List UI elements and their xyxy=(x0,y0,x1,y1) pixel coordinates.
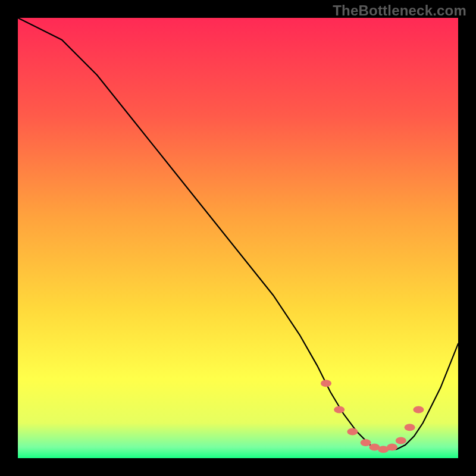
data-marker xyxy=(396,437,406,444)
plot-area xyxy=(18,18,458,458)
data-marker xyxy=(321,380,331,387)
chart-root: TheBottleneck.com xyxy=(0,0,476,476)
plot-svg xyxy=(18,18,458,458)
data-marker xyxy=(413,406,424,414)
attribution-text: TheBottleneck.com xyxy=(333,2,466,19)
data-marker xyxy=(334,406,345,414)
data-marker xyxy=(405,424,415,431)
gradient-background xyxy=(18,18,458,458)
data-marker xyxy=(347,428,358,436)
data-marker xyxy=(387,444,397,451)
data-marker xyxy=(361,439,371,446)
